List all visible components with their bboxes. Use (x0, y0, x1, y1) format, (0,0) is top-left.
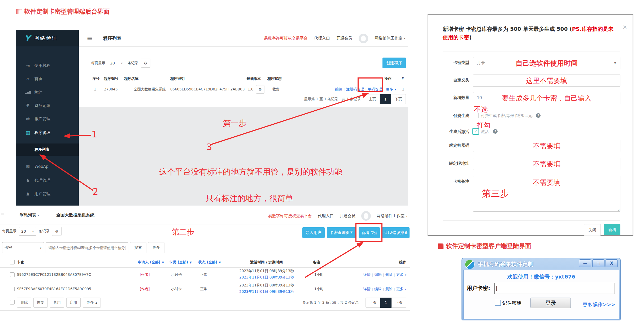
type-select[interactable]: 月卡 ∨ (473, 57, 620, 69)
user-menu[interactable]: 网络邮件工作室 ▾ (375, 36, 405, 41)
hamburger-icon[interactable]: ≡ (87, 34, 93, 42)
columns-gear-button[interactable]: ⚙ (141, 59, 150, 68)
pay-note: 不选 (474, 105, 488, 114)
edit-link[interactable]: 编辑 (374, 272, 381, 277)
maximize-button[interactable]: □ (592, 259, 604, 267)
detail-link[interactable]: 详情 (363, 272, 371, 277)
more-link[interactable]: 更多 (396, 272, 403, 277)
delete-link[interactable]: 删除 (385, 287, 393, 291)
search-more-button[interactable]: 更多 (148, 242, 164, 253)
col-status: 状态 (全部) (198, 260, 217, 265)
row-checkbox[interactable] (10, 272, 15, 277)
qty-input[interactable]: 10 (473, 92, 620, 104)
sidebar-item-finance[interactable]: ¥ 财务记录 (16, 100, 79, 111)
client-title: 软件定制卡密型客户端登陆界面 (446, 242, 531, 250)
batch-disable-button[interactable]: 禁用 (50, 298, 64, 308)
key-input[interactable]: | (494, 283, 615, 294)
platform-link[interactable]: 易数字许可授权交易平台 (264, 36, 308, 41)
more-link[interactable]: 更多 (396, 287, 403, 291)
person-icon: ♟ (24, 191, 31, 197)
sidebar-item-user[interactable]: ♟ 用户管理 (16, 188, 79, 199)
batch-checkbox[interactable] (10, 300, 15, 304)
sidebar-item-program[interactable]: ▦ 程序管理 (16, 127, 79, 138)
more-actions-link[interactable]: 更多操作>>> (582, 301, 615, 308)
prev-page-button[interactable]: 上页 (365, 94, 380, 104)
user-menu[interactable]: 网络邮件工作室 ▾ (377, 214, 407, 219)
row-gear-button[interactable]: ⚙ (256, 85, 264, 94)
sidebar-item-tutorial[interactable]: ⇥ 使用教程 (16, 60, 79, 71)
resize-handle[interactable]: ◢ (617, 208, 619, 211)
more-link[interactable]: 更多 (386, 87, 393, 92)
avatar[interactable] (359, 34, 368, 43)
machine-input[interactable] (473, 140, 620, 152)
hamburger-icon[interactable]: ≡ (1, 211, 5, 216)
perpage-select[interactable]: 20 ∨ (108, 59, 125, 67)
separator: | (383, 273, 384, 277)
help-icon[interactable]: ? (493, 129, 498, 134)
head-input[interactable] (473, 75, 620, 87)
vip-link[interactable]: 开通会员 (340, 214, 355, 219)
col-type-filter[interactable]: 卡类 (全部) ▼ (169, 260, 192, 265)
cell-expire-time[interactable]: 2023年11月01日 09时39分13秒 (236, 275, 297, 280)
sidebar-item-program-list[interactable]: 程序列表 (16, 143, 79, 156)
avatar[interactable] (361, 211, 371, 221)
delete-link[interactable]: 删除 (385, 272, 393, 277)
cell-activate-time: 2023年11月01日 08时39分13秒 (236, 283, 297, 288)
single-code-link[interactable]: 单码管理 (368, 87, 382, 92)
sidebar-item-webapi[interactable]: ⊠ WebApi (16, 161, 79, 172)
modal-close-button[interactable]: 关闭 (584, 224, 601, 236)
agent-entry-link[interactable]: 代理入口 (314, 36, 330, 41)
columns-gear-button[interactable]: ⚙ (52, 227, 62, 236)
col-status-filter[interactable]: 状态 (全部) ▼ (198, 260, 221, 265)
remember-checkbox[interactable] (495, 300, 501, 306)
login-button[interactable]: 登录 (530, 298, 571, 308)
search-button[interactable]: 搜索 (130, 242, 146, 253)
shuffle-icon: ⇄ (24, 116, 31, 121)
next-page-button[interactable]: 下页 (391, 298, 406, 308)
edit-link[interactable]: 编辑 (335, 87, 342, 92)
agent-entry-link[interactable]: 代理入口 (318, 214, 334, 219)
annotation-line2: 只看标注的地方，很简单 (175, 193, 324, 204)
sidebar-item-home[interactable]: ⌂ 首页 (16, 73, 79, 84)
perpage-select[interactable]: 20 ∨ (19, 227, 36, 236)
close-button[interactable]: X (606, 259, 618, 267)
annotation-number-1: 1 (92, 129, 97, 140)
edit-link[interactable]: 编辑 (374, 287, 381, 291)
help-icon[interactable]: ? (536, 113, 541, 118)
sidebar-item-promotion[interactable]: ⇄ 推广管理 (16, 113, 79, 124)
minimize-button[interactable]: — (579, 259, 591, 267)
sidebar-item-label: 代理管理 (34, 178, 50, 183)
regcode-link[interactable]: 注册码管理 (346, 87, 364, 92)
page-1-button[interactable]: 1 (380, 298, 391, 308)
row-checkbox[interactable] (10, 287, 15, 291)
page-1-button[interactable]: 1 (380, 94, 391, 104)
search-input[interactable] (46, 242, 128, 253)
platform-link[interactable]: 易数字许可授权交易平台 (268, 214, 312, 219)
prev-page-button[interactable]: 上页 (365, 298, 380, 308)
key-query-button[interactable]: 卡密查询页面 (327, 227, 356, 238)
error-check-button[interactable]: -112错误排查 (382, 227, 410, 238)
search-field-select[interactable]: 卡密 ∨ (2, 242, 44, 253)
sidebar-item-agent[interactable]: ♞ 代理管理 (16, 175, 79, 186)
select-all-checkbox[interactable] (10, 260, 15, 264)
close-icon[interactable]: × (623, 24, 627, 30)
import-users-button[interactable]: 导入用户 (302, 227, 325, 238)
cell-expire-time[interactable]: 2023年11月01日 09时39分13秒 (236, 289, 297, 294)
col-applicant-filter[interactable]: 申请人 (全部) ▼ (138, 260, 164, 265)
modal-add-button[interactable]: 新增 (604, 224, 620, 235)
cell-remark: 1小时 (314, 272, 324, 277)
detail-link[interactable]: 详情 (363, 287, 371, 291)
vip-link[interactable]: 开通会员 (336, 36, 352, 41)
sidebar-item-label: 程序列表 (34, 147, 49, 152)
batch-more-button[interactable]: 更多 ▲ (83, 298, 101, 308)
batch-delete-button[interactable]: 删除 (17, 298, 31, 308)
sidebar-item-label: 统计 (34, 90, 42, 95)
ip-input[interactable] (473, 158, 620, 170)
add-key-button[interactable]: 新增卡密 (359, 227, 380, 238)
code-list-menu[interactable]: 单码列表 ▾ (19, 212, 39, 218)
batch-enable-button[interactable]: 启用 (66, 298, 81, 308)
sidebar-item-stats[interactable]: ▁▄▆ 统计 (16, 86, 79, 98)
next-page-button[interactable]: 下页 (391, 94, 406, 104)
create-program-button[interactable]: 创建程序 (382, 58, 406, 68)
batch-restore-button[interactable]: 恢复 (33, 298, 48, 308)
